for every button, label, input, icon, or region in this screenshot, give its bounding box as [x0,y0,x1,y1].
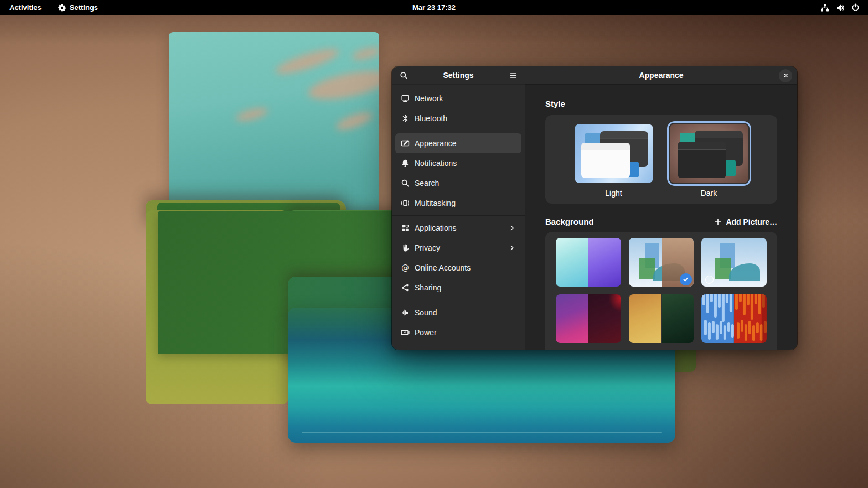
notifications-icon [401,157,410,169]
sidebar-item-multitasking[interactable]: Multitasking [395,193,521,213]
sidebar-separator [392,215,525,216]
search-icon [401,177,410,189]
chevron-right-icon [508,224,516,232]
sidebar-item-network[interactable]: Network [395,89,521,108]
wallpaper-thumbnail-4[interactable] [556,294,621,343]
sidebar-separator [392,131,525,131]
sharing-icon [401,282,410,294]
power-icon-topbar[interactable] [851,3,860,12]
wallpaper-thumbnail-3[interactable] [701,238,767,287]
sidebar-separator [392,300,525,300]
sound-icon [401,307,410,319]
chevron-right-icon [508,244,516,252]
sidebar-item-power[interactable]: Power [395,323,521,342]
add-picture-button[interactable]: Add Picture… [714,217,777,226]
style-label-light: Light [605,189,622,198]
page-title: Appearance [639,71,683,80]
style-option-light[interactable]: Light [572,121,656,198]
sidebar-title: Settings [410,71,507,80]
appearance-icon [401,137,410,149]
top-bar: Activities Settings Mar 23 17:32 [0,0,868,15]
background-heading: Background [545,217,594,226]
applications-icon [401,222,410,234]
appearance-pane: Appearance Style Light [525,66,797,350]
background-grid [545,232,777,350]
settings-window: Settings Network Bluetooth Appearance No… [392,66,797,350]
network-wired-icon[interactable] [820,3,829,12]
style-card: Light Dark [545,115,777,204]
sidebar-item-appearance[interactable]: Appearance [395,133,521,153]
content-header: Appearance [525,66,797,85]
multitasking-icon [401,197,410,209]
plus-icon [714,218,722,226]
wallpaper-thumbnail-5[interactable] [629,294,694,343]
volume-icon[interactable] [836,3,845,12]
content-body: Style Light [525,85,797,350]
sidebar-item-privacy[interactable]: Privacy [395,238,521,258]
power-icon [401,326,410,339]
sidebar-item-applications[interactable]: Applications [395,218,521,238]
wallpaper-folder-teal-rim [302,432,662,433]
sidebar-item-search[interactable]: Search [395,173,521,193]
network-icon [401,92,410,105]
focused-app-menu[interactable]: Settings [58,3,98,12]
sidebar-header: Settings [392,66,525,85]
style-option-dark[interactable]: Dark [667,121,751,198]
hamburger-menu-button[interactable] [507,69,519,81]
wallpaper-thumbnail-6[interactable] [701,294,767,343]
svg-text:@: @ [401,263,409,272]
sidebar-item-notifications[interactable]: Notifications [395,153,521,173]
settings-sidebar: Settings Network Bluetooth Appearance No… [392,66,525,350]
close-button[interactable] [779,69,792,82]
sidebar-list: Network Bluetooth Appearance Notificatio… [392,85,525,346]
style-heading: Style [545,99,777,108]
style-label-dark: Dark [701,189,717,198]
wallpaper-thumbnail-2[interactable] [629,238,694,287]
sidebar-item-bluetooth[interactable]: Bluetooth [395,108,521,128]
activities-button[interactable]: Activities [9,3,42,12]
sidebar-item-sound[interactable]: Sound [395,303,521,323]
online-accounts-icon: @ [401,262,410,274]
wallpaper-thumbnail-1[interactable] [556,238,621,287]
sidebar-item-online-accounts[interactable]: @ Online Accounts [395,258,521,278]
clock[interactable]: Mar 23 17:32 [412,3,456,12]
sidebar-item-sharing[interactable]: Sharing [395,278,521,298]
bluetooth-icon [401,112,410,124]
search-button[interactable] [397,69,410,81]
privacy-icon [401,242,410,254]
gear-icon [58,4,66,12]
